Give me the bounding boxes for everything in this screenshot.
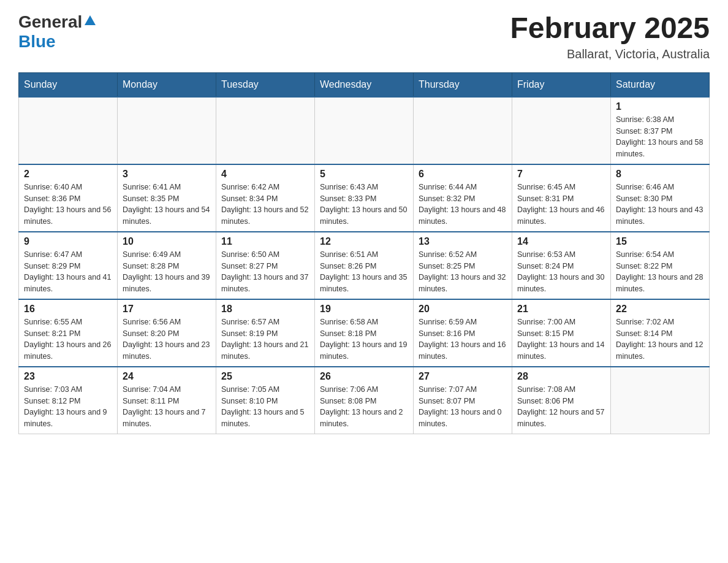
svg-marker-0 [85, 15, 96, 25]
day-number: 4 [221, 169, 309, 180]
table-cell: 10Sunrise: 6:49 AM Sunset: 8:28 PM Dayli… [118, 232, 216, 299]
day-info: Sunrise: 7:02 AM Sunset: 8:14 PM Dayligh… [616, 316, 704, 362]
table-cell: 3Sunrise: 6:41 AM Sunset: 8:35 PM Daylig… [118, 164, 216, 232]
day-info: Sunrise: 6:44 AM Sunset: 8:32 PM Dayligh… [419, 182, 507, 228]
weekday-header-row: Sunday Monday Tuesday Wednesday Thursday… [19, 72, 710, 97]
table-cell: 2Sunrise: 6:40 AM Sunset: 8:36 PM Daylig… [19, 164, 118, 232]
table-cell: 17Sunrise: 6:56 AM Sunset: 8:20 PM Dayli… [118, 299, 216, 367]
table-cell: 4Sunrise: 6:42 AM Sunset: 8:34 PM Daylig… [216, 164, 315, 232]
table-cell [414, 97, 512, 164]
day-info: Sunrise: 6:43 AM Sunset: 8:33 PM Dayligh… [320, 182, 408, 228]
location-text: Ballarat, Victoria, Australia [510, 47, 710, 61]
day-number: 7 [517, 169, 605, 180]
calendar-table: Sunday Monday Tuesday Wednesday Thursday… [18, 72, 710, 434]
table-cell: 28Sunrise: 7:08 AM Sunset: 8:06 PM Dayli… [512, 367, 611, 434]
table-cell: 7Sunrise: 6:45 AM Sunset: 8:31 PM Daylig… [512, 164, 611, 232]
day-number: 2 [24, 169, 112, 180]
day-info: Sunrise: 7:04 AM Sunset: 8:11 PM Dayligh… [123, 384, 211, 430]
header-saturday: Saturday [611, 72, 710, 97]
table-cell: 25Sunrise: 7:05 AM Sunset: 8:10 PM Dayli… [216, 367, 315, 434]
day-info: Sunrise: 6:59 AM Sunset: 8:16 PM Dayligh… [419, 316, 507, 362]
day-info: Sunrise: 6:41 AM Sunset: 8:35 PM Dayligh… [123, 182, 211, 228]
table-cell: 6Sunrise: 6:44 AM Sunset: 8:32 PM Daylig… [414, 164, 512, 232]
day-info: Sunrise: 6:56 AM Sunset: 8:20 PM Dayligh… [123, 316, 211, 362]
table-cell: 15Sunrise: 6:54 AM Sunset: 8:22 PM Dayli… [611, 232, 710, 299]
day-info: Sunrise: 6:55 AM Sunset: 8:21 PM Dayligh… [24, 316, 112, 362]
day-info: Sunrise: 7:07 AM Sunset: 8:07 PM Dayligh… [419, 384, 507, 430]
table-cell: 18Sunrise: 6:57 AM Sunset: 8:19 PM Dayli… [216, 299, 315, 367]
day-number: 16 [24, 304, 112, 315]
table-cell [118, 97, 216, 164]
week-row-4: 23Sunrise: 7:03 AM Sunset: 8:12 PM Dayli… [19, 367, 710, 434]
day-number: 28 [517, 371, 605, 382]
day-number: 9 [24, 236, 112, 247]
day-info: Sunrise: 6:54 AM Sunset: 8:22 PM Dayligh… [616, 249, 704, 295]
day-number: 21 [517, 304, 605, 315]
day-number: 27 [419, 371, 507, 382]
day-info: Sunrise: 6:52 AM Sunset: 8:25 PM Dayligh… [419, 249, 507, 295]
table-cell: 19Sunrise: 6:58 AM Sunset: 8:18 PM Dayli… [315, 299, 414, 367]
table-cell: 16Sunrise: 6:55 AM Sunset: 8:21 PM Dayli… [19, 299, 118, 367]
day-number: 22 [616, 304, 704, 315]
table-cell [315, 97, 414, 164]
day-number: 25 [221, 371, 309, 382]
day-number: 15 [616, 236, 704, 247]
table-cell: 13Sunrise: 6:52 AM Sunset: 8:25 PM Dayli… [414, 232, 512, 299]
day-number: 11 [221, 236, 309, 247]
title-block: February 2025 Ballarat, Victoria, Austra… [510, 12, 710, 61]
day-number: 12 [320, 236, 408, 247]
day-number: 10 [123, 236, 211, 247]
day-info: Sunrise: 6:57 AM Sunset: 8:19 PM Dayligh… [221, 316, 309, 362]
page-header: General Blue February 2025 Ballarat, Vic… [18, 12, 710, 61]
day-info: Sunrise: 7:06 AM Sunset: 8:08 PM Dayligh… [320, 384, 408, 430]
day-number: 6 [419, 169, 507, 180]
day-number: 24 [123, 371, 211, 382]
table-cell [19, 97, 118, 164]
day-info: Sunrise: 6:50 AM Sunset: 8:27 PM Dayligh… [221, 249, 309, 295]
table-cell: 9Sunrise: 6:47 AM Sunset: 8:29 PM Daylig… [19, 232, 118, 299]
table-cell: 27Sunrise: 7:07 AM Sunset: 8:07 PM Dayli… [414, 367, 512, 434]
day-number: 13 [419, 236, 507, 247]
table-cell: 12Sunrise: 6:51 AM Sunset: 8:26 PM Dayli… [315, 232, 414, 299]
day-number: 20 [419, 304, 507, 315]
table-cell [611, 367, 710, 434]
day-info: Sunrise: 6:38 AM Sunset: 8:37 PM Dayligh… [616, 114, 704, 160]
day-info: Sunrise: 6:47 AM Sunset: 8:29 PM Dayligh… [24, 249, 112, 295]
table-cell: 5Sunrise: 6:43 AM Sunset: 8:33 PM Daylig… [315, 164, 414, 232]
logo-arrow-icon [83, 14, 97, 28]
header-wednesday: Wednesday [315, 72, 414, 97]
week-row-1: 2Sunrise: 6:40 AM Sunset: 8:36 PM Daylig… [19, 164, 710, 232]
week-row-2: 9Sunrise: 6:47 AM Sunset: 8:29 PM Daylig… [19, 232, 710, 299]
logo-general-text: General [18, 12, 82, 32]
logo: General Blue [18, 12, 97, 52]
week-row-0: 1Sunrise: 6:38 AM Sunset: 8:37 PM Daylig… [19, 97, 710, 164]
week-row-3: 16Sunrise: 6:55 AM Sunset: 8:21 PM Dayli… [19, 299, 710, 367]
day-number: 5 [320, 169, 408, 180]
table-cell [216, 97, 315, 164]
table-cell: 8Sunrise: 6:46 AM Sunset: 8:30 PM Daylig… [611, 164, 710, 232]
day-info: Sunrise: 6:42 AM Sunset: 8:34 PM Dayligh… [221, 182, 309, 228]
header-friday: Friday [512, 72, 611, 97]
day-number: 23 [24, 371, 112, 382]
day-number: 26 [320, 371, 408, 382]
header-sunday: Sunday [19, 72, 118, 97]
table-cell: 24Sunrise: 7:04 AM Sunset: 8:11 PM Dayli… [118, 367, 216, 434]
day-info: Sunrise: 6:53 AM Sunset: 8:24 PM Dayligh… [517, 249, 605, 295]
table-cell: 11Sunrise: 6:50 AM Sunset: 8:27 PM Dayli… [216, 232, 315, 299]
day-info: Sunrise: 6:40 AM Sunset: 8:36 PM Dayligh… [24, 182, 112, 228]
header-tuesday: Tuesday [216, 72, 315, 97]
day-number: 14 [517, 236, 605, 247]
table-cell: 23Sunrise: 7:03 AM Sunset: 8:12 PM Dayli… [19, 367, 118, 434]
table-cell: 22Sunrise: 7:02 AM Sunset: 8:14 PM Dayli… [611, 299, 710, 367]
day-info: Sunrise: 6:46 AM Sunset: 8:30 PM Dayligh… [616, 182, 704, 228]
day-number: 17 [123, 304, 211, 315]
month-title: February 2025 [510, 12, 710, 45]
table-cell [512, 97, 611, 164]
logo-blue-text: Blue [18, 32, 56, 52]
day-number: 8 [616, 169, 704, 180]
table-cell: 26Sunrise: 7:06 AM Sunset: 8:08 PM Dayli… [315, 367, 414, 434]
day-number: 1 [616, 101, 704, 112]
day-number: 19 [320, 304, 408, 315]
day-number: 18 [221, 304, 309, 315]
header-thursday: Thursday [414, 72, 512, 97]
